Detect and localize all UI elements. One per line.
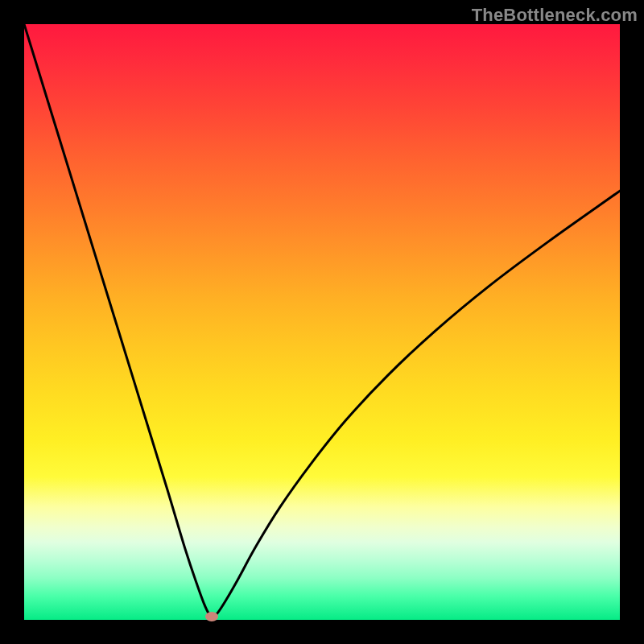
chart-frame: TheBottleneck.com — [0, 0, 644, 644]
minimum-marker — [205, 612, 218, 621]
curve-svg — [24, 24, 620, 620]
bottleneck-curve — [24, 24, 620, 617]
watermark-text: TheBottleneck.com — [472, 5, 638, 26]
plot-area — [24, 24, 620, 620]
